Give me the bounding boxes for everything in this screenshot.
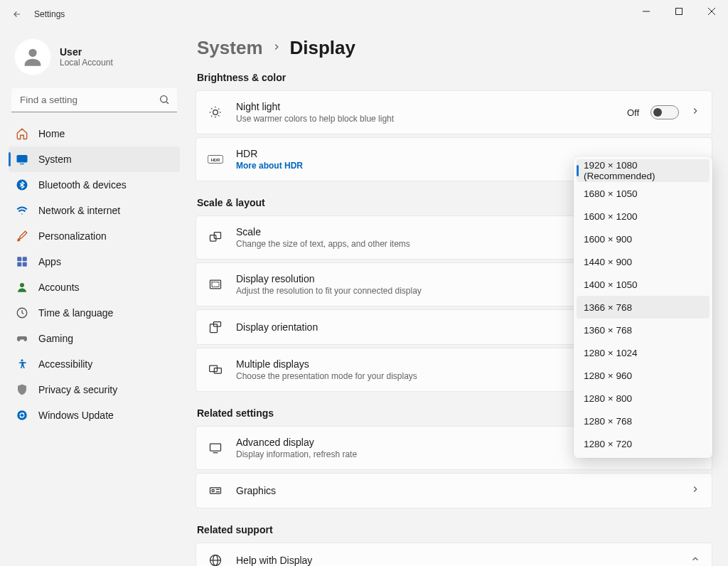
chevron-up-icon <box>690 554 700 566</box>
resolution-icon <box>208 277 223 292</box>
setting-title: Graphics <box>236 485 678 496</box>
sun-icon <box>208 105 223 119</box>
nav-label: Apps <box>38 256 61 267</box>
svg-rect-32 <box>212 282 219 287</box>
svg-rect-36 <box>214 368 221 374</box>
night-light-toggle[interactable] <box>651 105 679 119</box>
svg-line-6 <box>166 102 168 104</box>
search-box <box>11 88 177 112</box>
user-profile[interactable]: User Local Account <box>9 34 180 85</box>
svg-rect-12 <box>17 262 21 267</box>
nav-personalization[interactable]: Personalization <box>9 223 180 249</box>
minimize-button[interactable] <box>630 0 663 23</box>
chevron-right-icon <box>690 484 700 497</box>
svg-rect-13 <box>23 262 27 267</box>
shield-icon <box>16 383 28 396</box>
nav-bluetooth[interactable]: Bluetooth & devices <box>9 172 180 198</box>
svg-rect-7 <box>17 155 28 163</box>
breadcrumb-parent[interactable]: System <box>197 37 263 59</box>
sidebar: User Local Account Home System Bluetooth… <box>0 28 188 566</box>
page-title: Display <box>290 37 356 59</box>
resolution-option[interactable]: 1600 × 1200 <box>577 205 710 228</box>
brush-icon <box>16 230 28 242</box>
resolution-option[interactable]: 1600 × 900 <box>577 228 710 250</box>
apps-icon <box>16 255 28 268</box>
window-title: Settings <box>34 9 65 19</box>
svg-rect-11 <box>23 257 27 261</box>
svg-rect-37 <box>210 444 221 451</box>
svg-text:HDR: HDR <box>211 158 220 162</box>
resolution-option[interactable]: 1280 × 960 <box>577 364 710 387</box>
nav-update[interactable]: Windows Update <box>9 402 180 428</box>
update-icon <box>16 409 28 422</box>
nav-time-language[interactable]: Time & language <box>9 300 180 326</box>
nav-privacy[interactable]: Privacy & security <box>9 377 180 402</box>
setting-help[interactable]: Help with Display <box>196 543 712 566</box>
resolution-option[interactable]: 1680 × 1050 <box>577 182 710 205</box>
monitors-icon <box>208 363 223 377</box>
orientation-icon <box>208 320 223 334</box>
resolution-option[interactable]: 1366 × 768 <box>577 296 710 319</box>
back-button[interactable] <box>6 3 28 26</box>
window-controls <box>630 0 728 23</box>
resolution-option[interactable]: 1920 × 1080 (Recommended) <box>577 159 710 182</box>
accessibility-icon <box>16 358 28 370</box>
svg-rect-1 <box>676 9 682 15</box>
svg-point-40 <box>212 489 214 491</box>
svg-rect-8 <box>20 164 24 164</box>
svg-point-17 <box>17 410 27 420</box>
nav-home[interactable]: Home <box>9 121 180 146</box>
svg-line-25 <box>211 115 213 117</box>
resolution-option[interactable]: 1360 × 768 <box>577 319 710 341</box>
svg-point-16 <box>21 359 23 361</box>
nav-apps[interactable]: Apps <box>9 249 180 274</box>
chevron-right-icon <box>272 42 282 55</box>
close-button[interactable] <box>695 0 728 23</box>
wifi-icon <box>16 204 28 217</box>
resolution-option[interactable]: 1400 × 1050 <box>577 273 710 296</box>
home-icon <box>16 127 28 140</box>
resolution-option[interactable]: 1280 × 1024 <box>577 341 710 364</box>
search-input[interactable] <box>11 88 177 112</box>
breadcrumb: System Display <box>197 37 712 59</box>
main-content: System Display Brightness & color Night … <box>188 28 728 566</box>
svg-point-4 <box>28 49 36 57</box>
resolution-option[interactable]: 1440 × 900 <box>577 250 710 273</box>
setting-subtitle: Use warmer colors to help block blue lig… <box>236 114 614 124</box>
monitor-icon <box>208 441 223 455</box>
user-account-type: Local Account <box>60 58 113 68</box>
graphics-icon <box>208 484 223 498</box>
nav-accounts[interactable]: Accounts <box>9 274 180 300</box>
maximize-button[interactable] <box>663 0 695 23</box>
scale-icon <box>208 230 223 245</box>
svg-line-23 <box>211 108 213 110</box>
search-icon <box>159 94 170 108</box>
svg-rect-35 <box>210 365 218 371</box>
nav-system[interactable]: System <box>9 146 180 172</box>
globe-icon <box>208 553 223 566</box>
resolution-option[interactable]: 1280 × 800 <box>577 387 710 410</box>
svg-line-24 <box>218 115 220 117</box>
chevron-right-icon[interactable] <box>690 106 700 119</box>
resolution-option[interactable]: 1280 × 720 <box>577 432 710 455</box>
setting-night-light[interactable]: Night light Use warmer colors to help bl… <box>196 90 712 134</box>
nav-label: Privacy & security <box>38 384 117 395</box>
resolution-dropdown: 1920 × 1080 (Recommended) 1680 × 1050 16… <box>574 156 712 458</box>
nav-label: Accessibility <box>38 358 92 370</box>
section-brightness: Brightness & color <box>197 72 712 83</box>
nav: Home System Bluetooth & devices Network … <box>9 121 180 428</box>
nav-label: System <box>38 154 72 165</box>
setting-title: Night light <box>236 101 614 112</box>
setting-graphics[interactable]: Graphics <box>196 473 712 508</box>
setting-title: Help with Display <box>236 555 678 566</box>
nav-gaming[interactable]: Gaming <box>9 326 180 351</box>
hdr-icon: HDR <box>208 154 223 164</box>
resolution-option[interactable]: 1280 × 768 <box>577 410 710 432</box>
toggle-state: Off <box>627 107 639 118</box>
person-icon <box>16 281 28 294</box>
svg-line-26 <box>218 108 220 110</box>
nav-accessibility[interactable]: Accessibility <box>9 351 180 377</box>
system-icon <box>16 153 28 166</box>
nav-label: Accounts <box>38 282 80 293</box>
nav-network[interactable]: Network & internet <box>9 198 180 223</box>
